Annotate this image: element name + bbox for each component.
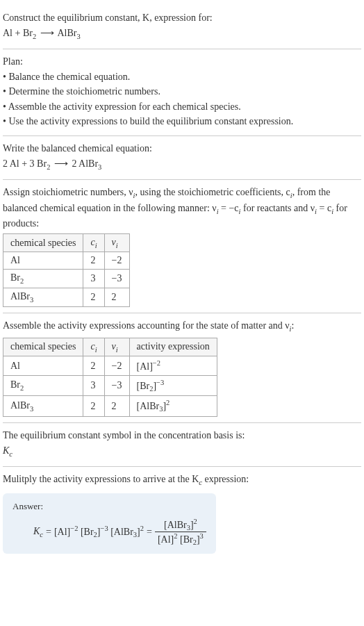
cell-ci: 2 xyxy=(83,396,104,416)
activity-text: Assemble the activity expressions accoun… xyxy=(3,319,361,334)
bal-s2: 3 xyxy=(98,163,101,170)
table-header-row: chemical species ci νi activity expressi… xyxy=(3,338,217,356)
cell-activity: [Al]−2 xyxy=(129,356,217,376)
act-t2: : xyxy=(292,320,295,331)
fraction: [AlBr3]2 [Al]2 [Br2]3 xyxy=(155,518,206,547)
cell-vi: −2 xyxy=(104,356,129,376)
equals-sign: = xyxy=(46,527,51,538)
cell-species: Br2 xyxy=(3,376,83,396)
ae-base: [Br xyxy=(137,381,150,391)
arrow-icon: ⟶ xyxy=(54,157,68,171)
den2a: [Br xyxy=(178,534,193,545)
balanced-title: Write the balanced chemical equation: xyxy=(3,142,361,156)
equals-sign-2: = xyxy=(147,527,152,538)
cell-ci: 3 xyxy=(83,270,104,288)
cell-vi: −3 xyxy=(104,270,129,288)
sp-text: AlBr xyxy=(10,291,30,302)
balanced-section: Write the balanced chemical equation: 2 … xyxy=(3,136,361,180)
eq-sub2: 3 xyxy=(76,32,80,40)
numerator: [AlBr3]2 xyxy=(155,518,206,532)
sp-text: Br xyxy=(10,272,20,283)
symbol-text: The equilibrium constant symbol in the c… xyxy=(3,429,361,443)
table-row: AlBr3 2 2 xyxy=(3,288,130,307)
ae-exp: −2 xyxy=(153,359,160,367)
stoich-text: Assign stoichiometric numbers, νi, using… xyxy=(3,186,361,231)
sp-sub: 3 xyxy=(30,296,33,304)
cell-species: Br2 xyxy=(3,270,83,288)
ae-base: [Al] xyxy=(137,361,153,372)
t1e: −2 xyxy=(70,525,78,532)
st-t4: = −c xyxy=(219,203,239,213)
activity-section: Assemble the activity expressions accoun… xyxy=(3,313,361,423)
kc-symbol: Kc xyxy=(33,526,43,538)
t2a: [Br xyxy=(78,527,93,537)
th-vi: νi xyxy=(104,233,129,252)
plan-bullet-1: • Balance the chemical equation. xyxy=(3,70,361,84)
arrow-icon: ⟶ xyxy=(40,26,54,40)
plan-bullet-2: • Determine the stoichiometric numbers. xyxy=(3,85,361,99)
cell-vi: 2 xyxy=(104,396,129,416)
eq-sub1: 2 xyxy=(33,32,36,40)
symbol-kc: Kc xyxy=(3,444,361,459)
th-species: chemical species xyxy=(3,338,83,356)
kc-c: c xyxy=(40,531,43,538)
cell-activity: [AlBr3]2 xyxy=(129,396,217,416)
mult-t1: Mulitply the activity expressions to arr… xyxy=(3,474,199,484)
table-row: Br2 3 −3 xyxy=(3,270,130,288)
cell-species: Al xyxy=(3,252,83,270)
table-row: Al 2 −2 [Al]−2 xyxy=(3,356,217,376)
th-vi: νi xyxy=(104,338,129,356)
expanded-form: [Al]−2 [Br2]−3 [AlBr3]2 xyxy=(54,525,144,538)
st-t6: = c xyxy=(317,203,331,213)
kc-k: K xyxy=(3,445,9,456)
eq-lhs: Al + Br xyxy=(3,28,33,38)
bal-c1: 2 Al + 3 Br xyxy=(3,158,47,169)
stoich-table: chemical species ci νi Al 2 −2 Br2 3 −3 … xyxy=(3,233,130,307)
stoich-section: Assign stoichiometric numbers, νi, using… xyxy=(3,180,361,313)
plan-title: Plan: xyxy=(3,55,361,69)
cell-ci: 2 xyxy=(83,288,104,307)
cell-species: AlBr3 xyxy=(3,396,83,416)
table-header-row: chemical species ci νi xyxy=(3,233,130,252)
ae-exp: 2 xyxy=(166,399,169,406)
balanced-equation: 2 Al + 3 Br2 ⟶ 2 AlBr3 xyxy=(3,157,361,172)
plan-section: Plan: • Balance the chemical equation. •… xyxy=(3,49,361,136)
th-activity: activity expression xyxy=(129,338,217,356)
symbol-section: The equilibrium constant symbol in the c… xyxy=(3,423,361,467)
t1: [Al] xyxy=(54,527,70,537)
table-row: Br2 3 −3 [Br2]−3 xyxy=(3,376,217,396)
cell-species: Al xyxy=(3,356,83,376)
cell-vi: 2 xyxy=(104,288,129,307)
st-t5: for reactants and ν xyxy=(240,203,315,213)
answer-label: Answer: xyxy=(13,500,206,513)
eq-rhs: AlBr xyxy=(57,28,76,38)
cell-vi: −2 xyxy=(104,252,129,270)
cell-vi: −3 xyxy=(104,376,129,396)
th-species: chemical species xyxy=(3,233,83,252)
t3e: 2 xyxy=(140,525,144,532)
th-ci-i: i xyxy=(95,345,97,353)
sp-sub: 2 xyxy=(20,277,24,285)
kc-c: c xyxy=(9,450,13,457)
th-ci: ci xyxy=(83,338,104,356)
th-vi-i: i xyxy=(116,345,118,353)
plan-bullet-4: • Use the activity expressions to build … xyxy=(3,115,361,129)
intro-text: Construct the equilibrium constant, K, e… xyxy=(3,11,361,25)
intro-equation: Al + Br2 ⟶ AlBr3 xyxy=(3,26,361,42)
th-ci: ci xyxy=(83,233,104,252)
denominator: [Al]2 [Br2]3 xyxy=(155,532,206,546)
bal-c2: 2 AlBr xyxy=(72,158,98,169)
multiply-section: Mulitply the activity expressions to arr… xyxy=(3,467,361,559)
ae-base: [AlBr xyxy=(137,401,160,411)
answer-equation: Kc = [Al]−2 [Br2]−3 [AlBr3]2 = [AlBr3]2 … xyxy=(13,518,206,547)
sp-sub: 3 xyxy=(30,405,33,413)
sp-text: AlBr xyxy=(10,400,30,411)
table-row: Al 2 −2 xyxy=(3,252,130,270)
plan-bullet-3: • Assemble the activity expression for e… xyxy=(3,100,361,114)
multiply-text: Mulitply the activity expressions to arr… xyxy=(3,472,361,488)
st-t2: , using the stoichiometric coefficients,… xyxy=(135,187,290,197)
cell-ci: 3 xyxy=(83,376,104,396)
intro-line1: Construct the equilibrium constant, K, e… xyxy=(3,13,213,23)
den2e: 3 xyxy=(200,532,204,540)
kc-k: K xyxy=(33,526,40,536)
